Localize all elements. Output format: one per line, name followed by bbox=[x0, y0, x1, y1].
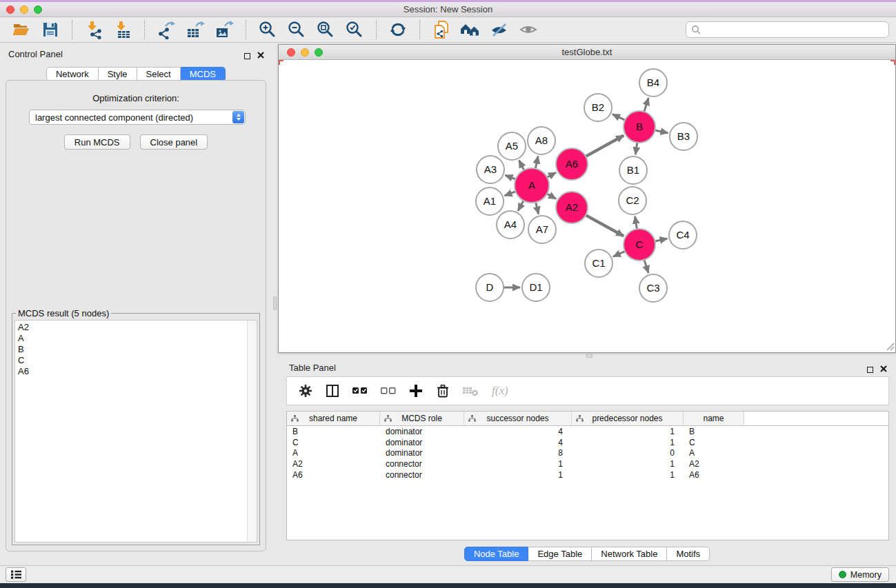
graph-edge-C-C4[interactable] bbox=[654, 239, 667, 241]
table-settings-button[interactable] bbox=[298, 382, 313, 400]
deselect-all-button[interactable] bbox=[380, 382, 397, 400]
table-cell[interactable]: dominator bbox=[380, 438, 464, 447]
mcds-result-item[interactable]: A6 bbox=[15, 366, 257, 377]
network-canvas[interactable]: B4B2BB3A5A8A6A3B1AA1C2A2A4A7C4CC1C3DD1 bbox=[279, 60, 895, 352]
column-header-mcds-role[interactable]: MCDS role bbox=[380, 412, 464, 425]
tab-node-table[interactable]: Node Table bbox=[464, 547, 529, 561]
table-cell[interactable]: 1 bbox=[464, 470, 572, 480]
tab-motifs[interactable]: Motifs bbox=[667, 547, 710, 561]
graph-edge-A-A1[interactable] bbox=[505, 191, 517, 195]
optimization-select[interactable]: largest connected component (directed) bbox=[29, 110, 246, 125]
graph-edge-B-B4[interactable] bbox=[644, 98, 649, 112]
close-view-button[interactable] bbox=[287, 48, 295, 57]
resize-grip[interactable] bbox=[886, 342, 895, 351]
graph-edge-A-A2[interactable] bbox=[546, 194, 556, 199]
table-cell[interactable]: 1 bbox=[464, 459, 572, 469]
close-panel-button[interactable] bbox=[257, 50, 264, 61]
graph-node-C1[interactable]: C1 bbox=[585, 250, 613, 277]
toggle-panel-columns-button[interactable] bbox=[325, 382, 340, 400]
table-cell[interactable]: A bbox=[684, 448, 744, 458]
graph-node-D[interactable]: D bbox=[476, 274, 504, 301]
graph-edge-C-C1[interactable] bbox=[613, 251, 626, 256]
table-cell[interactable]: 0 bbox=[572, 448, 684, 458]
table-row[interactable]: A2connector11A2 bbox=[287, 458, 888, 469]
graph-edge-C-C2[interactable] bbox=[635, 216, 637, 230]
graph-edge-A2-C[interactable] bbox=[585, 215, 624, 236]
memory-button[interactable]: Memory bbox=[831, 567, 889, 582]
zoom-out-button[interactable] bbox=[286, 19, 308, 41]
table-cell[interactable]: 1 bbox=[572, 459, 684, 469]
graph-node-A3[interactable]: A3 bbox=[477, 156, 504, 183]
mcds-list-scrollbar[interactable] bbox=[247, 321, 257, 542]
splitter-handle[interactable] bbox=[273, 296, 277, 310]
graph-edge-B-B3[interactable] bbox=[654, 130, 668, 133]
column-header-name[interactable]: name bbox=[684, 412, 744, 425]
search-box[interactable] bbox=[686, 21, 889, 38]
close-panel-button[interactable] bbox=[880, 364, 887, 374]
graph-edge-A-A5[interactable] bbox=[519, 160, 524, 170]
table-cell[interactable]: 1 bbox=[572, 438, 684, 447]
select-stepper[interactable] bbox=[232, 111, 244, 123]
table-row[interactable]: Bdominator41B bbox=[287, 426, 888, 437]
table-cell[interactable]: A2 bbox=[684, 459, 744, 469]
graph-edge-A-A4[interactable] bbox=[518, 200, 524, 211]
table-cell[interactable]: B bbox=[287, 427, 380, 436]
run-mcds-button[interactable]: Run MCDS bbox=[64, 134, 130, 150]
graph-edge-C-C3[interactable] bbox=[644, 259, 648, 273]
table-row[interactable]: Cdominator41C bbox=[287, 437, 888, 448]
graph-node-B2[interactable]: B2 bbox=[584, 94, 612, 121]
tab-style[interactable]: Style bbox=[99, 67, 137, 81]
close-window-button[interactable] bbox=[6, 6, 14, 14]
table-cell[interactable]: A6 bbox=[684, 470, 744, 480]
graphics-details-button[interactable] bbox=[488, 19, 510, 41]
table-cell[interactable]: 1 bbox=[572, 427, 684, 436]
table-cell[interactable]: connector bbox=[380, 470, 464, 480]
table-cell[interactable]: 4 bbox=[464, 427, 572, 436]
minimize-window-button[interactable] bbox=[20, 6, 28, 14]
export-network-button[interactable] bbox=[155, 19, 177, 41]
graph-edge-A-A6[interactable] bbox=[546, 172, 556, 177]
minimize-view-button[interactable] bbox=[301, 48, 309, 57]
table-cell[interactable]: B bbox=[684, 427, 744, 436]
import-table-button[interactable] bbox=[112, 19, 134, 41]
task-history-button[interactable] bbox=[6, 567, 26, 582]
search-input[interactable] bbox=[705, 25, 884, 35]
graph-edge-A-A3[interactable] bbox=[505, 175, 516, 179]
zoom-window-button[interactable] bbox=[34, 6, 42, 14]
mcds-result-item[interactable]: A bbox=[15, 333, 257, 344]
table-cell[interactable]: dominator bbox=[380, 448, 464, 458]
graph-node-C3[interactable]: C3 bbox=[639, 274, 667, 302]
graph-node-A6[interactable]: A6 bbox=[556, 148, 588, 180]
column-header-predecessor-nodes[interactable]: predecessor nodes bbox=[572, 412, 684, 425]
close-panel-button-2[interactable]: Close panel bbox=[140, 134, 208, 150]
zoom-view-button[interactable] bbox=[315, 48, 323, 57]
graph-edge-B-B1[interactable] bbox=[635, 142, 637, 154]
table-cell[interactable]: connector bbox=[380, 459, 464, 469]
column-header-successor-nodes[interactable]: successor nodes bbox=[464, 412, 572, 425]
tab-network-table[interactable]: Network Table bbox=[592, 547, 667, 561]
tab-network[interactable]: Network bbox=[46, 67, 99, 81]
refresh-button[interactable] bbox=[387, 19, 409, 41]
float-panel-button[interactable] bbox=[244, 51, 250, 61]
graph-node-B3[interactable]: B3 bbox=[670, 123, 697, 150]
graph-edge-B-B2[interactable] bbox=[613, 114, 626, 121]
open-session-documents-button[interactable] bbox=[430, 19, 452, 41]
select-all-button[interactable] bbox=[352, 382, 368, 400]
graph-node-B4[interactable]: B4 bbox=[639, 69, 667, 97]
graph-node-C[interactable]: C bbox=[624, 229, 655, 261]
table-cell[interactable]: A2 bbox=[287, 459, 380, 469]
export-table-button[interactable] bbox=[184, 19, 206, 41]
table-cell[interactable]: 8 bbox=[464, 448, 572, 458]
home-networks-button[interactable] bbox=[459, 19, 481, 41]
delete-column-button[interactable] bbox=[435, 382, 450, 400]
graph-node-D1[interactable]: D1 bbox=[522, 274, 550, 301]
table-row[interactable]: A6connector11A6 bbox=[287, 469, 888, 480]
open-file-button[interactable] bbox=[10, 19, 32, 41]
column-header-shared-name[interactable]: shared name bbox=[287, 412, 380, 425]
zoom-selected-button[interactable] bbox=[344, 19, 366, 41]
horizontal-splitter[interactable] bbox=[278, 353, 896, 358]
graph-node-A8[interactable]: A8 bbox=[528, 127, 555, 154]
graph-edge-A-A7[interactable] bbox=[535, 201, 538, 214]
graph-edge-A-A8[interactable] bbox=[535, 156, 538, 169]
table-cell[interactable]: A bbox=[287, 448, 380, 458]
